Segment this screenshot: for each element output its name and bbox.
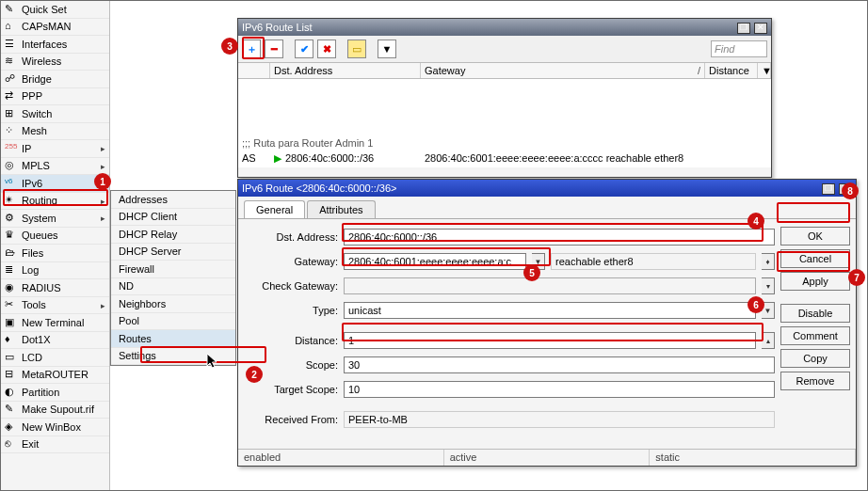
dialog-titlebar[interactable]: IPv6 Route <2806:40c:6000::/36> ❐ ✕: [238, 180, 856, 197]
submenu-neighbors[interactable]: Neighbors: [111, 295, 235, 313]
dialog-buttons: OK Cancel Apply Disable Comment Copy Rem…: [780, 223, 850, 428]
submenu-dhcp-server[interactable]: DHCP Server: [111, 244, 235, 261]
submenu-addresses[interactable]: Addresses: [111, 191, 235, 209]
mesh-icon: ⁘: [5, 124, 18, 137]
tab-attributes[interactable]: Attributes: [307, 200, 375, 218]
sidebar-item-system[interactable]: ⚙System▸: [1, 210, 109, 228]
target-scope-input[interactable]: 10: [344, 381, 775, 398]
col-more[interactable]: ▼: [758, 63, 771, 78]
submenu-dhcp-relay[interactable]: DHCP Relay: [111, 226, 235, 244]
sidebar-item-dot1x[interactable]: ♦Dot1X: [1, 332, 109, 350]
find-input[interactable]: Find: [711, 40, 767, 57]
winbox-icon: ◈: [5, 420, 18, 434]
add-button[interactable]: ＋: [242, 40, 261, 58]
bridge-icon: ☍: [5, 72, 18, 86]
sidebar-item-bridge[interactable]: ☍Bridge: [1, 71, 109, 88]
comment-button[interactable]: ▭: [347, 40, 366, 58]
chevron-right-icon: ▸: [101, 214, 105, 223]
sidebar-item-ipv6[interactable]: v6IPv6▸: [1, 175, 109, 193]
enable-button[interactable]: ✔: [295, 40, 313, 58]
col-flags[interactable]: [238, 63, 270, 78]
remove-button[interactable]: Remove: [780, 372, 850, 390]
restore-icon[interactable]: ❐: [737, 23, 750, 34]
sidebar-item-wireless[interactable]: ≋Wireless: [1, 54, 109, 71]
ipv6-route-list-window: IPv6 Route List ❐ ✕ ＋ ━ ✔ ✖ ▭ ▼ Find Dst…: [237, 18, 772, 178]
list-body[interactable]: ;;; Ruta para Router Admin 1 AS ▶ 2806:4…: [238, 79, 771, 167]
tab-general[interactable]: General: [244, 200, 305, 218]
sidebar-item-queues[interactable]: ♛Queues: [1, 228, 109, 246]
check-gateway-input[interactable]: [344, 277, 756, 294]
submenu-routes[interactable]: Routes: [111, 330, 235, 348]
sidebar-item-log[interactable]: ≣Log: [1, 262, 109, 280]
submenu-firewall[interactable]: Firewall: [111, 261, 235, 278]
toolbar: ＋ ━ ✔ ✖ ▭ ▼ Find: [238, 36, 771, 63]
route-dst: 2806:40c:6000::/36: [281, 152, 421, 164]
supout-icon: ✎: [5, 403, 18, 416]
submenu-nd[interactable]: ND: [111, 278, 235, 296]
gear-icon: ⚙: [5, 212, 18, 225]
sidebar-item-capsman[interactable]: ⌂CAPsMAN: [1, 19, 109, 37]
sidebar-item-supout[interactable]: ✎Make Supout.rif: [1, 402, 109, 420]
metarouter-icon: ⊟: [5, 368, 18, 381]
apply-button[interactable]: Apply: [780, 272, 850, 291]
sidebar-item-tools[interactable]: ✂Tools▸: [1, 297, 109, 315]
submenu-dhcp-client[interactable]: DHCP Client: [111, 209, 235, 227]
disable-button[interactable]: ✖: [317, 40, 336, 58]
dot1x-icon: ♦: [5, 333, 18, 346]
ok-button[interactable]: OK: [780, 227, 850, 246]
gateway-spin[interactable]: ♦: [762, 253, 775, 270]
disable-button[interactable]: Disable: [780, 304, 850, 323]
dialog-status: enabled active static: [238, 449, 856, 466]
col-dst[interactable]: Dst. Address: [270, 63, 421, 78]
dst-address-label: Dst. Address:: [244, 231, 338, 243]
distance-label: Distance:: [244, 335, 338, 346]
sidebar-item-switch[interactable]: ⊞Switch: [1, 105, 109, 123]
cancel-button[interactable]: Cancel: [780, 249, 850, 268]
column-headers: Dst. Address Gateway/ Distance ▼: [238, 63, 771, 79]
sidebar-item-new-winbox[interactable]: ◈New WinBox: [1, 419, 109, 436]
submenu-pool[interactable]: Pool: [111, 313, 235, 331]
sidebar-item-radius[interactable]: ◉RADIUS: [1, 279, 109, 297]
distance-spin[interactable]: ▴: [762, 332, 775, 349]
window-title: IPv6 Route List: [242, 22, 313, 33]
route-row[interactable]: AS ▶ 2806:40c:6000::/36 2806:40c:6001:ee…: [238, 150, 771, 166]
close-icon[interactable]: ✕: [754, 23, 767, 34]
switch-icon: ⊞: [5, 107, 18, 120]
terminal-icon: ▣: [5, 316, 18, 329]
gateway-status: reachable ether8: [551, 253, 756, 270]
partition-icon: ◐: [5, 386, 18, 399]
sidebar-item-interfaces[interactable]: ☰Interfaces: [1, 36, 109, 54]
interface-icon: ☰: [5, 38, 18, 51]
sidebar-item-metarouter[interactable]: ⊟MetaROUTER: [1, 367, 109, 385]
sidebar-item-new-terminal[interactable]: ▣New Terminal: [1, 314, 109, 332]
sidebar-item-lcd[interactable]: ▭LCD: [1, 349, 109, 367]
sidebar-item-routing[interactable]: ✴Routing▸: [1, 193, 109, 211]
col-gateway[interactable]: Gateway/: [421, 63, 705, 78]
sidebar-item-partition[interactable]: ◐Partition: [1, 384, 109, 402]
chevron-right-icon: ▸: [101, 301, 105, 310]
dst-address-input[interactable]: 2806:40c:6000::/36: [344, 229, 775, 246]
restore-icon[interactable]: ❐: [822, 183, 835, 195]
dialog-tabs: General Attributes: [238, 197, 856, 218]
gateway-input[interactable]: 2806:40c:6001:eeee:eeee:eeee:a:c: [344, 253, 526, 270]
check-gateway-dropdown[interactable]: ▾: [762, 277, 775, 294]
remove-button[interactable]: ━: [265, 40, 283, 58]
sidebar-item-ip[interactable]: 255IP▸: [1, 140, 109, 158]
route-gw: 2806:40c:6001:eeee:eeee:eeee:a:cccc reac…: [421, 152, 771, 164]
sidebar-item-exit[interactable]: ⎋Exit: [1, 436, 109, 454]
sidebar-item-quickset[interactable]: ✎Quick Set: [1, 1, 109, 19]
type-input[interactable]: unicast: [344, 302, 756, 319]
comment-button[interactable]: Comment: [780, 326, 850, 345]
titlebar[interactable]: IPv6 Route List ❐ ✕: [238, 19, 771, 36]
scope-input[interactable]: 30: [344, 356, 775, 373]
copy-button[interactable]: Copy: [780, 349, 850, 368]
col-distance[interactable]: Distance: [705, 63, 758, 78]
filter-button[interactable]: ▼: [378, 40, 396, 58]
sidebar-item-mpls[interactable]: ◎MPLS▸: [1, 158, 109, 176]
sidebar-item-mesh[interactable]: ⁘Mesh: [1, 123, 109, 141]
sidebar-item-files[interactable]: 🗁Files: [1, 245, 109, 262]
check-gateway-label: Check Gateway:: [244, 280, 338, 292]
distance-input[interactable]: 1: [344, 332, 756, 349]
sidebar-item-ppp[interactable]: ⇄PPP: [1, 88, 109, 106]
tools-icon: ✂: [5, 298, 18, 311]
